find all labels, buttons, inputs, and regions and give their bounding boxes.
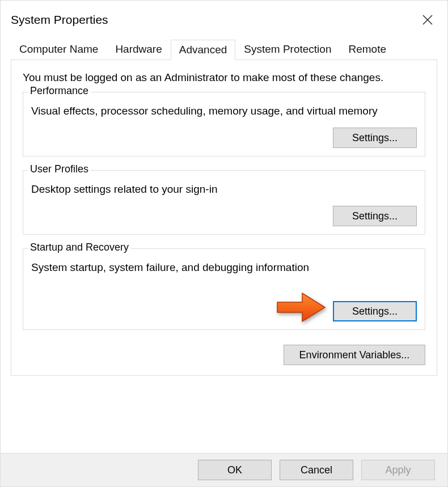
cancel-button[interactable]: Cancel bbox=[280, 460, 353, 480]
titlebar: System Properties bbox=[1, 1, 447, 35]
tab-hardware[interactable]: Hardware bbox=[107, 39, 170, 60]
tab-remote[interactable]: Remote bbox=[340, 39, 395, 60]
tab-advanced[interactable]: Advanced bbox=[171, 40, 236, 60]
group-user-profiles-legend: User Profiles bbox=[28, 163, 91, 175]
group-startup-legend: Startup and Recovery bbox=[28, 242, 131, 253]
ok-button[interactable]: OK bbox=[198, 460, 272, 480]
startup-recovery-settings-button[interactable]: Settings... bbox=[333, 301, 417, 321]
apply-button[interactable]: Apply bbox=[361, 460, 435, 480]
tab-strip: Computer Name Hardware Advanced System P… bbox=[11, 39, 437, 60]
group-performance-legend: Performance bbox=[28, 85, 91, 97]
group-performance: Performance Visual effects, processor sc… bbox=[23, 92, 425, 156]
group-performance-desc: Visual effects, processor scheduling, me… bbox=[31, 105, 417, 117]
dialog-footer: OK Cancel Apply bbox=[1, 453, 447, 486]
group-user-profiles: User Profiles Desktop settings related t… bbox=[23, 170, 425, 235]
tab-computer-name[interactable]: Computer Name bbox=[11, 39, 107, 60]
window-title: System Properties bbox=[11, 13, 108, 27]
intro-text: You must be logged on as an Administrato… bbox=[23, 71, 429, 84]
content-area: Computer Name Hardware Advanced System P… bbox=[1, 35, 447, 376]
tab-system-protection[interactable]: System Protection bbox=[235, 39, 340, 60]
close-icon[interactable] bbox=[416, 10, 439, 30]
group-startup-recovery: Startup and Recovery System startup, sys… bbox=[23, 248, 425, 330]
performance-settings-button[interactable]: Settings... bbox=[333, 128, 417, 148]
group-startup-desc: System startup, system failure, and debu… bbox=[31, 261, 417, 274]
callout-arrow-icon bbox=[276, 291, 326, 324]
tab-panel-advanced: You must be logged on as an Administrato… bbox=[11, 60, 437, 376]
system-properties-window: System Properties Computer Name Hardware… bbox=[0, 0, 448, 487]
group-user-profiles-desc: Desktop settings related to your sign-in bbox=[31, 183, 417, 196]
user-profiles-settings-button[interactable]: Settings... bbox=[333, 206, 417, 226]
environment-variables-button[interactable]: Environment Variables... bbox=[284, 345, 425, 365]
